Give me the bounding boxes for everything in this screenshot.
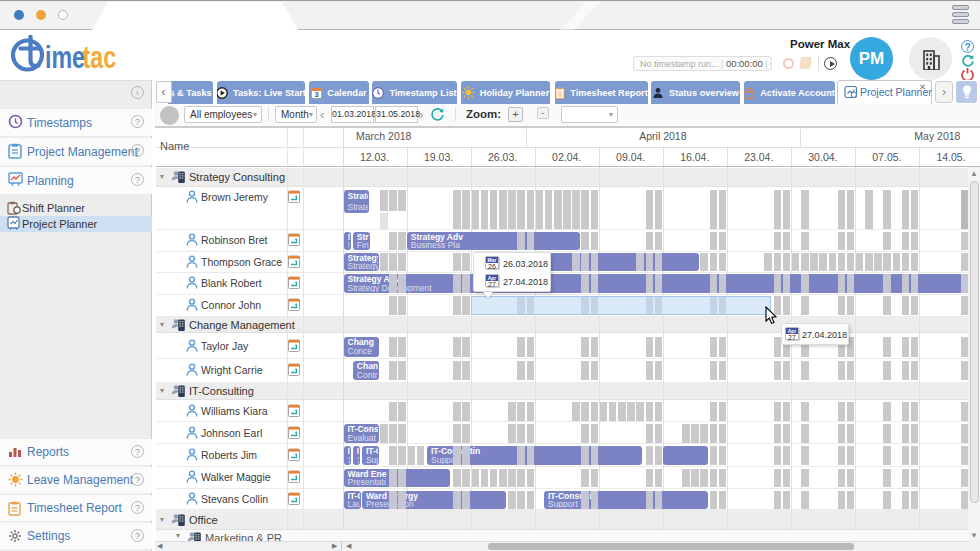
svg-text:3: 3 [315, 90, 319, 99]
svg-text:tac: tac [83, 39, 117, 74]
svg-text:ime: ime [45, 39, 85, 74]
